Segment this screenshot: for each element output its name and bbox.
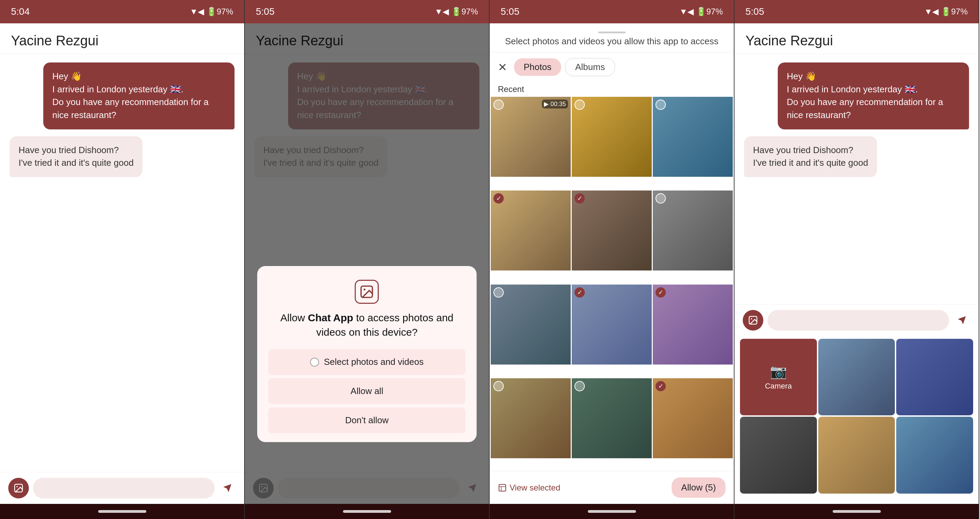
photo-cell-1[interactable]: ▶ 00:35 bbox=[491, 97, 571, 177]
status-icons-1: ▼◀ 🔋97% bbox=[190, 7, 233, 16]
message-input-4[interactable] bbox=[767, 310, 949, 330]
send-button-4[interactable] bbox=[953, 312, 970, 329]
camera-label: Camera bbox=[765, 382, 792, 390]
camera-icon: 📷 bbox=[770, 363, 787, 379]
photo-check-9 bbox=[655, 287, 666, 298]
photo-cell-12[interactable] bbox=[653, 378, 733, 458]
screen4: 5:05 ▼◀ 🔋97% Yacine Rezgui Hey 👋I arrive… bbox=[735, 0, 979, 519]
photo-picker: Select photos and videos you allow this … bbox=[490, 23, 734, 504]
nav-bar-3 bbox=[490, 504, 734, 519]
photo-access-icon bbox=[359, 284, 374, 299]
home-indicator-4 bbox=[833, 510, 881, 513]
picker-close-btn[interactable]: ✕ bbox=[498, 61, 507, 74]
option-dont-allow[interactable]: Don't allow bbox=[268, 408, 466, 433]
option-dont-allow-label: Don't allow bbox=[345, 415, 388, 425]
permission-dialog: Allow Chat App to access photos and vide… bbox=[257, 266, 477, 442]
status-time-1: 5:04 bbox=[11, 6, 30, 17]
photo-cell-7[interactable] bbox=[491, 284, 571, 365]
photo-check-5 bbox=[574, 193, 585, 203]
photo-cell-9[interactable] bbox=[653, 284, 733, 365]
chat-header-4: Yacine Rezgui bbox=[735, 23, 978, 54]
status-bar-2: 5:05 ▼◀ 🔋97% bbox=[245, 0, 489, 23]
option-select-photos-label: Select photos and videos bbox=[324, 357, 424, 367]
media-button-4[interactable] bbox=[743, 310, 763, 330]
photo-grid: ▶ 00:35 bbox=[490, 97, 734, 471]
media-button-1[interactable] bbox=[8, 478, 29, 498]
photo-cell-2[interactable] bbox=[572, 97, 652, 177]
chat-area-4: Hey 👋I arrived in London yesterday 🇬🇧.Do… bbox=[735, 54, 978, 304]
status-icons-3: ▼◀ 🔋97% bbox=[679, 7, 723, 16]
send-button-1[interactable] bbox=[219, 479, 236, 497]
status-bar-3: 5:05 ▼◀ 🔋97% bbox=[490, 0, 734, 23]
radio-select-photos bbox=[310, 358, 319, 367]
option-allow-all[interactable]: Allow all bbox=[268, 378, 466, 404]
status-icons-4: ▼◀ 🔋97% bbox=[924, 7, 968, 16]
photo-cell-11[interactable] bbox=[572, 378, 652, 458]
dialog-options: Select photos and videos Allow all Don't… bbox=[268, 349, 466, 436]
tray-photo-5[interactable] bbox=[896, 417, 973, 494]
nav-bar-1 bbox=[0, 504, 244, 519]
photo-check-6 bbox=[655, 193, 666, 203]
home-indicator-1 bbox=[98, 510, 146, 513]
status-time-4: 5:05 bbox=[746, 6, 764, 17]
screen2-chat: Yacine Rezgui Hey 👋I arrived in London y… bbox=[245, 23, 489, 504]
option-select-photos[interactable]: Select photos and videos bbox=[268, 349, 466, 375]
nav-bar-4 bbox=[735, 504, 978, 519]
screen2: 5:05 ▼◀ 🔋97% Yacine Rezgui Hey 👋I arrive… bbox=[245, 0, 490, 519]
photo-check-2 bbox=[574, 100, 585, 110]
photo-cell-10[interactable] bbox=[491, 378, 571, 458]
message-in-4: Have you tried Dishoom?I've tried it and… bbox=[744, 136, 877, 177]
chat-header-1: Yacine Rezgui bbox=[0, 23, 244, 54]
photo-cell-6[interactable] bbox=[653, 190, 733, 270]
screen3: 5:05 ▼◀ 🔋97% Select photos and videos yo… bbox=[490, 0, 735, 519]
picker-tabs: ✕ Photos Albums bbox=[490, 52, 734, 82]
view-selected-label: View selected bbox=[509, 483, 560, 492]
svg-rect-6 bbox=[499, 484, 506, 491]
tray-photo-3[interactable] bbox=[740, 417, 817, 494]
tray-photo-2[interactable] bbox=[896, 339, 973, 416]
picker-top-text: Select photos and videos you allow this … bbox=[505, 36, 719, 46]
photo-check-7 bbox=[493, 287, 504, 298]
photo-cell-3[interactable] bbox=[653, 97, 733, 177]
tray-photo-4[interactable] bbox=[818, 417, 895, 494]
home-indicator-2 bbox=[343, 510, 391, 513]
view-selected-icon bbox=[498, 483, 507, 492]
photo-check-12 bbox=[655, 381, 666, 391]
svg-point-5 bbox=[364, 289, 366, 291]
message-in-1: Have you tried Dishoom?I've tried it and… bbox=[10, 136, 143, 177]
status-bar-1: 5:04 ▼◀ 🔋97% bbox=[0, 0, 244, 23]
photo-cell-5[interactable] bbox=[572, 190, 652, 270]
tab-photos[interactable]: Photos bbox=[514, 58, 561, 76]
tray-spacer bbox=[735, 494, 978, 504]
permission-overlay: Allow Chat App to access photos and vide… bbox=[245, 23, 489, 504]
image-icon-1 bbox=[13, 483, 24, 493]
drag-handle bbox=[598, 32, 626, 33]
picker-top-bar: Select photos and videos you allow this … bbox=[490, 23, 734, 52]
status-time-3: 5:05 bbox=[501, 6, 520, 17]
option-allow-all-label: Allow all bbox=[351, 386, 383, 397]
message-out-1: Hey 👋I arrived in London yesterday 🇬🇧.Do… bbox=[43, 62, 234, 129]
dialog-icon bbox=[355, 280, 379, 304]
photo-check-10 bbox=[493, 381, 504, 391]
send-icon-4 bbox=[957, 316, 967, 325]
photo-cell-4[interactable] bbox=[491, 190, 571, 270]
nav-bar-2 bbox=[245, 504, 489, 519]
view-selected-btn[interactable]: View selected bbox=[498, 483, 560, 492]
message-input-1[interactable] bbox=[33, 478, 215, 498]
input-bar-4 bbox=[735, 304, 978, 336]
chat-area-1: Hey 👋I arrived in London yesterday 🇬🇧.Do… bbox=[0, 54, 244, 472]
allow-5-btn[interactable]: Allow (5) bbox=[671, 478, 725, 498]
image-icon-4 bbox=[748, 315, 758, 325]
input-bar-1 bbox=[0, 472, 244, 504]
svg-point-8 bbox=[751, 318, 752, 319]
status-bar-4: 5:05 ▼◀ 🔋97% bbox=[735, 0, 978, 23]
send-icon-1 bbox=[223, 483, 232, 493]
section-label-recent: Recent bbox=[490, 82, 734, 97]
photo-check-1 bbox=[493, 100, 504, 110]
photo-cell-8[interactable] bbox=[572, 284, 652, 365]
photo-check-11 bbox=[574, 381, 585, 391]
camera-cell[interactable]: 📷 Camera bbox=[740, 339, 817, 416]
svg-point-1 bbox=[16, 486, 18, 487]
tab-albums[interactable]: Albums bbox=[565, 58, 615, 76]
tray-photo-1[interactable] bbox=[818, 339, 895, 416]
